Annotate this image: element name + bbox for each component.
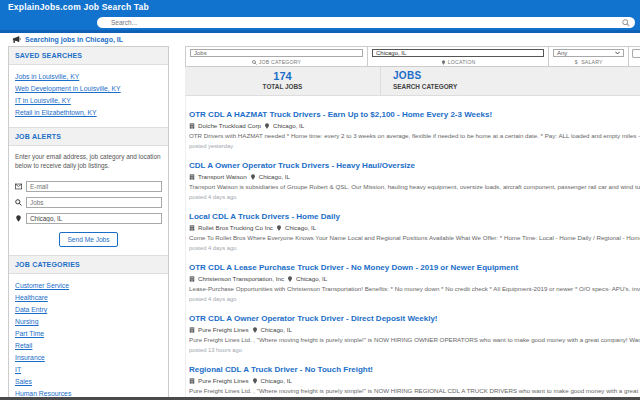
building-icon [189, 378, 195, 384]
location-pin-icon [250, 174, 256, 180]
job-meta: Dolche Truckload Corp Chicago, IL [189, 122, 640, 129]
job-posted: posted 4 days ago [189, 296, 640, 302]
send-me-jobs-button[interactable]: Send Me Jobs [59, 232, 117, 247]
job-listing: OTR CDL A Owner Operator Truck Driver - … [189, 304, 640, 355]
location-input[interactable] [372, 49, 544, 57]
salary-label-text: SALARY [581, 59, 603, 65]
search-category-label: SEARCH CATEGORY [393, 83, 457, 90]
job-category-link[interactable]: Insurance [15, 352, 162, 364]
building-icon [189, 276, 195, 282]
saved-search-link[interactable]: Web Development in Louisville, KY [15, 83, 162, 95]
job-category-input[interactable] [190, 49, 363, 57]
job-description: OTR Drivers with HAZMAT needed * Home ti… [189, 132, 640, 139]
stats-bar: 174 TOTAL JOBS JOBS SEARCH CATEGORY [185, 67, 640, 96]
job-location: Chicago, IL [261, 326, 292, 333]
job-title-link[interactable]: CDL A Owner Operator Truck Drivers - Hea… [189, 161, 640, 170]
job-category-link[interactable]: Retail [15, 340, 162, 352]
filter-partial-box [632, 49, 640, 58]
location-pin-icon [15, 215, 22, 222]
job-alerts-header: JOB ALERTS [9, 127, 168, 146]
saved-searches-header: SAVED SEARCHES [9, 47, 168, 65]
job-location: Chicago, IL [259, 173, 290, 180]
job-description: Pure Freight Lines Ltd. , "Where moving … [189, 387, 640, 394]
job-category-link[interactable]: IT [15, 364, 162, 376]
alert-jobs-input[interactable] [26, 197, 162, 208]
job-title-link[interactable]: Local CDL A Truck Drivers - Home Daily [189, 212, 640, 221]
total-jobs-value: 174 [185, 70, 380, 82]
job-description: Come To Rollet Bros Where Everyone Knows… [189, 234, 640, 241]
job-meta: Christenson Transportation, Inc Chicago,… [189, 275, 640, 282]
search-category-value: JOBS [393, 70, 457, 81]
svg-text:$: $ [575, 60, 578, 65]
job-alerts-form: Send Me Jobs [9, 172, 168, 255]
job-category-link[interactable]: Customer Service [15, 280, 162, 292]
alert-email-input[interactable] [26, 181, 162, 192]
job-category-label-text: JOB CATEGORY [259, 59, 302, 65]
location-pin-icon [252, 378, 258, 384]
location-label-text: LOCATION [448, 59, 476, 65]
saved-searches-list: Jobs in Louisville, KY Web Development i… [9, 65, 168, 127]
salary-select[interactable]: Any [553, 49, 624, 57]
job-posted: posted yesterday [189, 143, 640, 149]
job-meta: Transport Watson Chicago, IL [189, 173, 640, 180]
job-posted: posted 4 days ago [189, 245, 640, 251]
location-pin-icon [276, 225, 282, 231]
job-description: Transport Watson is subsidiaries of Grou… [189, 183, 640, 190]
job-location: Chicago, IL [273, 122, 304, 129]
building-icon [189, 174, 195, 180]
total-jobs-stat: 174 TOTAL JOBS [185, 67, 381, 95]
job-category-link[interactable]: Nursing [15, 316, 162, 328]
search-icon [15, 199, 22, 206]
job-alerts-description: Enter your email address, job category a… [9, 146, 168, 172]
job-company: Christenson Transportation, Inc [198, 275, 284, 282]
search-input[interactable] [97, 17, 635, 28]
saved-search-link[interactable]: Retail in Elizabethtown, KY [15, 107, 162, 119]
filter-salary: Any $ SALARY [549, 47, 629, 66]
job-posted: posted 13 hours ago [189, 347, 640, 353]
job-listing: OTR CDL A HAZMAT Truck Drivers - Earn Up… [189, 100, 640, 151]
browser-search-bar [0, 15, 640, 30]
job-title-link[interactable]: OTR CDL A Owner Operator Truck Driver - … [189, 314, 640, 323]
building-icon [189, 123, 195, 129]
job-listing: Regional CDL A Truck Driver - No Touch F… [189, 355, 640, 400]
job-company: Rollet Bros Trucking Co Inc [198, 224, 273, 231]
envelope-icon [15, 183, 22, 190]
job-category-link[interactable]: Data Entry [15, 304, 162, 316]
filter-location: LOCATION [368, 47, 549, 66]
filter-job-category: JOB CATEGORY [186, 47, 368, 66]
job-title-link[interactable]: OTR CDL A Lease Purchase Truck Driver - … [189, 263, 640, 272]
salary-select-value: Any [557, 50, 567, 56]
job-meta: Rollet Bros Trucking Co Inc Chicago, IL [189, 224, 640, 231]
location-pin-icon [264, 123, 270, 129]
job-title-link[interactable]: OTR CDL A HAZMAT Truck Drivers - Earn Up… [189, 110, 640, 119]
total-jobs-label: TOTAL JOBS [185, 83, 380, 90]
saved-search-link[interactable]: IT in Louisville, KY [15, 95, 162, 107]
job-category-label: JOB CATEGORY [190, 59, 363, 65]
job-location: Chicago, IL [261, 377, 292, 384]
search-category-stat: JOBS SEARCH CATEGORY [381, 67, 457, 95]
filter-partial [629, 47, 640, 66]
sidebar: SAVED SEARCHES Jobs in Louisville, KY We… [8, 46, 169, 400]
chevron-down-icon [615, 51, 620, 55]
search-status-text: Searching jobs in Chicago, IL [25, 36, 123, 43]
job-category-link[interactable]: Sales [15, 376, 162, 388]
location-pin-icon [287, 276, 293, 282]
job-company: Pure Freight Lines [198, 326, 249, 333]
location-label: LOCATION [372, 59, 544, 65]
job-meta: Pure Freight Lines Chicago, IL [189, 326, 640, 333]
job-listing: CDL A Owner Operator Truck Drivers - Hea… [189, 151, 640, 202]
job-location: Chicago, IL [285, 224, 316, 231]
job-category-link[interactable]: Part Time [15, 328, 162, 340]
alert-location-input[interactable] [26, 213, 162, 224]
building-icon [189, 327, 195, 333]
job-title-link[interactable]: Regional CDL A Truck Driver - No Touch F… [189, 365, 640, 374]
salary-label: $ SALARY [553, 59, 624, 65]
window-title: ExplainJobs.com Job Search Tab [0, 0, 640, 15]
job-list: OTR CDL A HAZMAT Truck Drivers - Earn Up… [185, 96, 640, 400]
job-location: Chicago, IL [296, 275, 327, 282]
job-posted: posted 4 days ago [189, 194, 640, 200]
dollar-icon: $ [574, 60, 579, 65]
saved-search-link[interactable]: Jobs in Louisville, KY [15, 71, 162, 83]
location-pin-icon [252, 327, 258, 333]
job-category-link[interactable]: Healthcare [15, 292, 162, 304]
